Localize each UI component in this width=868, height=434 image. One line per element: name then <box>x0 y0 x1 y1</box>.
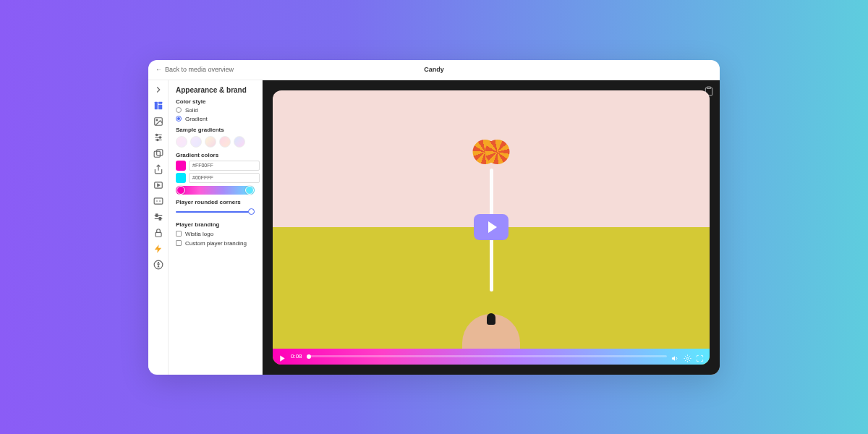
color1-input[interactable] <box>189 161 260 171</box>
lollipop-graphic <box>472 140 511 176</box>
svg-marker-15 <box>157 184 159 187</box>
svg-point-9 <box>159 136 161 137</box>
gradient-swatch[interactable] <box>234 136 245 148</box>
color2-chip[interactable] <box>176 173 186 183</box>
video-player[interactable]: 0:08 <box>273 90 710 365</box>
swatch-row <box>176 136 255 148</box>
svg-rect-0 <box>154 101 157 109</box>
progress-bar[interactable] <box>307 355 667 357</box>
check-label: Wistia logo <box>185 231 213 237</box>
svg-marker-26 <box>672 356 675 360</box>
iconbar <box>148 80 169 375</box>
svg-rect-2 <box>158 104 162 109</box>
color-style-label: Color style <box>176 98 255 105</box>
radio-icon <box>176 107 182 113</box>
color1-chip[interactable] <box>176 161 186 171</box>
settings-icon[interactable] <box>684 352 692 360</box>
app-window: ← Back to media overview Candy Appearanc… <box>148 60 720 375</box>
play-button[interactable] <box>474 214 509 240</box>
svg-rect-20 <box>159 217 161 220</box>
radio-label: Gradient <box>185 116 208 122</box>
panel-title: Appearance & brand <box>176 86 255 94</box>
controls-icon[interactable] <box>153 132 163 142</box>
svg-marker-25 <box>280 355 284 361</box>
check-custom-branding[interactable]: Custom player branding <box>176 240 255 247</box>
slider-track <box>176 211 255 213</box>
image-icon[interactable] <box>153 116 163 127</box>
color1-row <box>176 161 255 171</box>
check-label: Custom player branding <box>185 240 247 247</box>
gradient-preview-bar[interactable] <box>176 186 255 195</box>
svg-rect-19 <box>156 213 157 216</box>
preview-area: 0:08 <box>263 80 720 375</box>
color2-row <box>176 173 255 183</box>
actions-icon[interactable] <box>153 180 163 190</box>
integrations-icon[interactable] <box>153 244 163 254</box>
back-label: Back to media overview <box>165 66 234 73</box>
volume-icon[interactable] <box>671 352 679 360</box>
player-controls: 0:08 <box>273 349 710 365</box>
branding-label: Player branding <box>176 221 255 228</box>
gradient-colors-label: Gradient colors <box>176 152 255 158</box>
check-wistia-logo[interactable]: Wistia logo <box>176 231 255 237</box>
svg-point-10 <box>156 139 158 140</box>
play-small-icon[interactable] <box>278 352 286 360</box>
lock-icon[interactable] <box>153 228 163 238</box>
checkbox-icon <box>176 231 182 237</box>
gradient-swatch[interactable] <box>205 136 216 148</box>
gradient-swatch[interactable] <box>176 136 187 148</box>
svg-rect-1 <box>158 101 162 103</box>
current-time: 0:08 <box>291 353 302 359</box>
svg-point-8 <box>156 134 157 135</box>
share-icon[interactable] <box>153 164 163 174</box>
settings-panel: Appearance & brand Color style Solid Gra… <box>169 80 263 375</box>
radio-icon <box>176 116 182 122</box>
svg-rect-16 <box>154 197 163 203</box>
radio-solid[interactable]: Solid <box>176 107 255 114</box>
svg-point-4 <box>156 119 158 121</box>
accessibility-icon[interactable] <box>153 260 163 270</box>
svg-point-27 <box>686 357 689 359</box>
timeline-icon[interactable] <box>153 212 163 222</box>
rounded-corners-label: Player rounded corners <box>176 199 255 205</box>
appearance-icon[interactable] <box>153 101 163 111</box>
back-link[interactable]: ← Back to media overview <box>156 66 234 73</box>
svg-rect-24 <box>707 87 711 88</box>
chevron-right-icon[interactable] <box>153 85 163 95</box>
color2-input[interactable] <box>189 173 260 183</box>
sample-gradients-label: Sample gradients <box>176 127 255 133</box>
radio-label: Solid <box>185 107 198 114</box>
main: Appearance & brand Color style Solid Gra… <box>148 80 720 375</box>
overlay-icon[interactable] <box>153 148 163 158</box>
back-arrow-icon: ← <box>156 66 162 73</box>
gradient-swatch[interactable] <box>219 136 231 148</box>
checkbox-icon <box>176 240 182 246</box>
fullscreen-icon[interactable] <box>696 352 704 360</box>
captions-icon[interactable] <box>153 196 163 206</box>
rounded-corners-slider[interactable] <box>176 208 255 216</box>
page-title: Candy <box>424 66 444 73</box>
svg-point-23 <box>158 262 158 263</box>
topbar: ← Back to media overview Candy <box>148 60 720 80</box>
svg-rect-21 <box>155 232 161 237</box>
gradient-swatch[interactable] <box>190 136 202 148</box>
slider-thumb[interactable] <box>248 208 255 215</box>
radio-gradient[interactable]: Gradient <box>176 116 255 122</box>
